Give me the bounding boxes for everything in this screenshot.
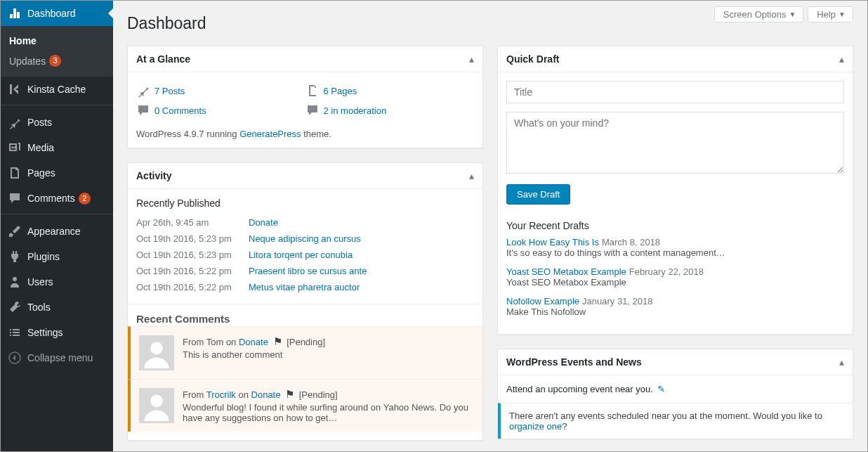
comment-item[interactable]: From Tom on Donate ⚑ [Pending] This is a… bbox=[128, 326, 482, 379]
post-link[interactable]: Praesent libro se cursus ante bbox=[249, 266, 367, 276]
draft-item: Look How Easy This IsMarch 8, 2018 It's … bbox=[506, 237, 844, 258]
menu-label: Appearance bbox=[27, 226, 81, 237]
menu-settings[interactable]: Settings bbox=[1, 320, 113, 345]
media-icon bbox=[8, 141, 22, 155]
published-posts-list: Apr 26th, 9:45 amDonate Oct 19th 2016, 5… bbox=[136, 214, 474, 295]
post-link[interactable]: Litora torqent per conubia bbox=[249, 250, 353, 260]
post-link[interactable]: Donate bbox=[249, 217, 278, 228]
menu-label: Plugins bbox=[27, 251, 60, 262]
theme-link[interactable]: GeneratePress bbox=[239, 129, 301, 139]
chevron-up-icon[interactable]: ▴ bbox=[469, 54, 474, 64]
posts-count-link[interactable]: 7 Posts bbox=[154, 86, 185, 96]
widget-header[interactable]: WordPress Events and News ▴ bbox=[498, 349, 853, 375]
screen-options-button[interactable]: Screen Options▼ bbox=[714, 6, 804, 22]
chevron-up-icon[interactable]: ▴ bbox=[839, 54, 844, 64]
post-link[interactable]: Neque adipiscing an cursus bbox=[249, 233, 361, 244]
events-notice: There aren't any events scheduled near y… bbox=[498, 403, 853, 439]
moderation-link[interactable]: 2 in moderation bbox=[324, 105, 387, 116]
svg-point-3 bbox=[150, 395, 163, 408]
flag-icon: ⚑ bbox=[285, 388, 294, 400]
avatar bbox=[139, 335, 174, 370]
at-a-glance-widget: At a Glance ▴ 7 Posts 6 Pages bbox=[127, 46, 483, 148]
draft-title-link[interactable]: Look How Easy This Is bbox=[506, 237, 599, 247]
comment-meta: From Trocrilk on Donate ⚑ [Pending] bbox=[183, 388, 474, 401]
menu-label: Comments bbox=[27, 193, 75, 204]
draft-item: Yoast SEO Metabox ExampleFebruary 22, 20… bbox=[506, 266, 844, 288]
comments-count-link[interactable]: 0 Comments bbox=[154, 105, 206, 116]
plugin-icon bbox=[8, 250, 22, 264]
settings-icon bbox=[8, 325, 22, 340]
menu-label: Media bbox=[27, 142, 54, 153]
wp-version-info: WordPress 4.9.7 running GeneratePress th… bbox=[136, 120, 474, 139]
widget-header[interactable]: Quick Draft ▴ bbox=[498, 46, 853, 72]
draft-title-input[interactable] bbox=[506, 81, 844, 103]
comment-text: This is another comment bbox=[183, 349, 325, 360]
menu-collapse[interactable]: Collapse menu bbox=[1, 345, 113, 370]
flag-icon: ⚑ bbox=[273, 335, 282, 347]
comment-meta: From Tom on Donate ⚑ [Pending] bbox=[183, 335, 325, 348]
menu-label: Posts bbox=[27, 117, 52, 128]
menu-users[interactable]: Users bbox=[1, 269, 113, 295]
widget-title: Quick Draft bbox=[506, 53, 559, 65]
submenu-updates[interactable]: Updates 3 bbox=[1, 51, 113, 71]
menu-label: Pages bbox=[27, 167, 55, 179]
menu-tools[interactable]: Tools bbox=[1, 295, 113, 320]
menu-kinsta-cache[interactable]: Kinsta Cache bbox=[1, 77, 113, 102]
menu-dashboard[interactable]: Dashboard bbox=[1, 1, 113, 26]
svg-point-2 bbox=[150, 342, 163, 355]
main-content: Screen Options▼ Help▼ Dashboard At a Gla… bbox=[113, 1, 867, 451]
draft-content-textarea[interactable] bbox=[506, 112, 844, 174]
events-intro-text: Attend an upcoming event near you. bbox=[506, 384, 653, 394]
menu-label: Dashboard bbox=[27, 8, 76, 19]
draft-excerpt: Yoast SEO Metabox Example bbox=[506, 277, 844, 288]
chevron-up-icon[interactable]: ▴ bbox=[469, 171, 474, 181]
draft-date: January 31, 2018 bbox=[582, 296, 652, 306]
brush-icon bbox=[8, 224, 22, 238]
submenu-home[interactable]: Home bbox=[1, 31, 113, 51]
comment-post-link[interactable]: Donate bbox=[251, 389, 281, 400]
draft-excerpt: It's so easy to do things with a content… bbox=[506, 247, 844, 258]
edit-location-icon[interactable]: ✎ bbox=[657, 384, 665, 394]
activity-widget: Activity ▴ Recently Published Apr 26th, … bbox=[127, 162, 483, 441]
menu-label: Tools bbox=[27, 302, 51, 313]
comment-text: Wonderful blog! I found it while surfing… bbox=[183, 402, 474, 423]
menu-comments[interactable]: Comments 2 bbox=[1, 186, 113, 211]
menu-appearance[interactable]: Appearance bbox=[1, 219, 113, 244]
widget-header[interactable]: At a Glance ▴ bbox=[128, 46, 482, 72]
widget-header[interactable]: Activity ▴ bbox=[128, 163, 482, 189]
chevron-up-icon[interactable]: ▴ bbox=[839, 357, 844, 367]
comment-item[interactable]: From Trocrilk on Donate ⚑ [Pending] Wond… bbox=[128, 379, 482, 432]
updates-count-badge: 3 bbox=[49, 55, 61, 67]
tools-icon bbox=[8, 300, 22, 314]
pin-icon bbox=[136, 84, 150, 98]
post-link[interactable]: Metus vitae pharetra auctor bbox=[249, 282, 360, 292]
menu-separator bbox=[1, 102, 113, 105]
comment-author-link[interactable]: Trocrilk bbox=[206, 389, 236, 400]
draft-title-link[interactable]: Yoast SEO Metabox Example bbox=[506, 266, 626, 277]
menu-plugins[interactable]: Plugins bbox=[1, 244, 113, 269]
chevron-down-icon: ▼ bbox=[789, 11, 796, 18]
menu-label: Users bbox=[27, 276, 53, 288]
draft-date: March 8, 2018 bbox=[602, 237, 660, 247]
list-item: Oct 19th 2016, 5:22 pmMetus vitae pharet… bbox=[136, 279, 474, 295]
menu-pages[interactable]: Pages bbox=[1, 160, 113, 186]
comment-post-link[interactable]: Donate bbox=[239, 337, 268, 347]
pages-count-link[interactable]: 6 Pages bbox=[324, 86, 357, 96]
help-button[interactable]: Help▼ bbox=[808, 6, 853, 22]
dashboard-icon bbox=[8, 6, 22, 20]
list-item: Oct 19th 2016, 5:23 pmNeque adipiscing a… bbox=[136, 231, 474, 247]
pages-icon bbox=[8, 166, 22, 180]
draft-title-link[interactable]: Nofollow Example bbox=[506, 296, 579, 306]
comment-icon bbox=[8, 191, 22, 205]
save-draft-button[interactable]: Save Draft bbox=[506, 184, 570, 205]
menu-label: Kinsta Cache bbox=[27, 84, 86, 95]
menu-posts[interactable]: Posts bbox=[1, 110, 113, 135]
recent-comments-heading: Recent Comments bbox=[136, 313, 474, 325]
widget-title: At a Glance bbox=[136, 53, 190, 65]
organize-event-link[interactable]: organize one bbox=[509, 421, 562, 432]
widget-title: Activity bbox=[136, 170, 172, 181]
admin-sidebar: Dashboard Home Updates 3 Kinsta Cache Po… bbox=[1, 1, 113, 451]
events-widget: WordPress Events and News ▴ Attend an up… bbox=[497, 349, 853, 439]
menu-media[interactable]: Media bbox=[1, 135, 113, 160]
list-item: Oct 19th 2016, 5:23 pmLitora torqent per… bbox=[136, 247, 474, 263]
